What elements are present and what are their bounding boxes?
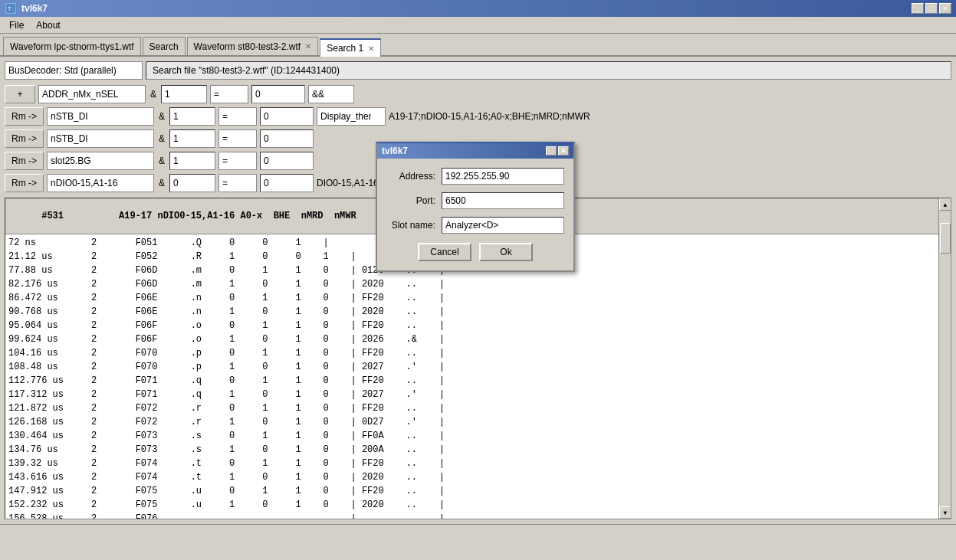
dialog-overlay: tvl6k7 _ ✕ Address: Port: Slot name: Can… <box>0 0 956 560</box>
dialog-title-bar: tvl6k7 _ ✕ <box>377 143 573 159</box>
port-field: Port: <box>386 192 564 209</box>
slot-field: Slot name: <box>386 217 564 234</box>
address-field: Address: <box>386 168 564 185</box>
address-label: Address: <box>386 171 435 182</box>
dialog-body: Address: Port: Slot name: Cancel Ok <box>377 159 573 270</box>
address-input[interactable] <box>442 168 564 185</box>
dialog-close-button[interactable]: ✕ <box>558 146 569 156</box>
dialog-buttons: Cancel Ok <box>386 243 564 261</box>
ok-button[interactable]: Ok <box>479 243 533 261</box>
slot-input[interactable] <box>442 217 564 234</box>
port-label: Port: <box>386 195 435 206</box>
dialog-minimize-button[interactable]: _ <box>546 146 557 156</box>
dialog: tvl6k7 _ ✕ Address: Port: Slot name: Can… <box>376 142 575 272</box>
port-input[interactable] <box>442 192 564 209</box>
slot-label: Slot name: <box>386 220 435 231</box>
cancel-button[interactable]: Cancel <box>418 243 471 261</box>
dialog-title: tvl6k7 <box>382 146 408 156</box>
